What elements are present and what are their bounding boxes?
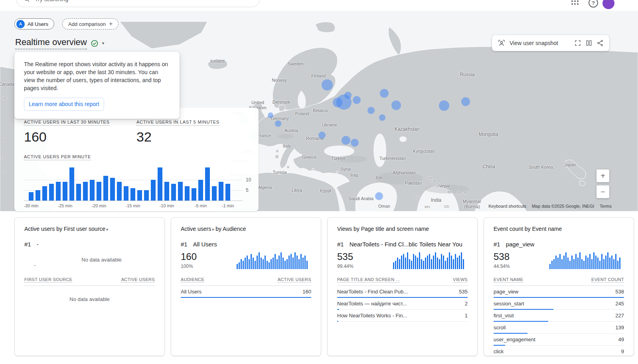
realtime-stats-card: ACTIVE USERS IN LAST 30 MINUTES 160 ACTI… <box>14 108 259 211</box>
sparkline-bar <box>595 256 597 269</box>
all-users-chip[interactable]: A All Users <box>14 18 54 30</box>
column-header-metric: ACTIVE USERS <box>121 277 155 283</box>
active-users-marker <box>375 192 383 200</box>
card-metric-link[interactable]: Active users <box>181 226 211 232</box>
x-axis-label: -20 min <box>92 203 107 208</box>
active-users-marker <box>353 96 361 104</box>
top-item-percent: 100% <box>181 264 233 269</box>
sparkline-bar <box>575 254 577 269</box>
rank-label: #1 <box>24 241 31 248</box>
sparkline-bar <box>449 252 450 269</box>
row-value: 245 <box>615 301 624 307</box>
minute-bar <box>117 182 122 201</box>
dimension-caret-icon[interactable]: ▾ <box>106 227 108 232</box>
card-table-header: AUDIENCE ACTIVE USERS <box>181 277 311 286</box>
sparkline-bar <box>615 254 616 269</box>
card-view-icon[interactable] <box>585 39 593 47</box>
row-label: click <box>494 348 504 354</box>
title-dropdown-caret-icon[interactable]: ▾ <box>102 41 105 46</box>
top-item-name: - <box>37 241 39 248</box>
card-metric-link[interactable]: Active users <box>24 226 55 232</box>
minute-bar <box>185 186 190 201</box>
learn-more-link[interactable]: Learn more about this report <box>24 98 104 111</box>
sparkline-bar <box>573 259 575 269</box>
row-progress-bar <box>337 321 338 322</box>
x-axis-label: -30 min <box>24 203 39 208</box>
minute-bar <box>69 167 74 201</box>
table-row: first_visit227 <box>494 310 624 322</box>
add-comparison-button[interactable]: Add comparison + <box>62 18 119 30</box>
sparkline-bar <box>403 254 404 269</box>
google-apps-icon[interactable] <box>571 0 579 5</box>
help-icon[interactable]: ? <box>589 0 598 8</box>
active-users-marker <box>367 107 375 114</box>
sparkline-bar <box>284 261 286 269</box>
sparkline-bar <box>417 258 418 269</box>
all-users-chip-label: All Users <box>28 21 48 27</box>
sparkline-bar <box>569 261 571 269</box>
sparkline-bar <box>445 261 446 269</box>
row-label: NearToilets - Find Clean Pub... <box>337 289 408 295</box>
keyboard-shortcuts-link[interactable]: Keyboard shortcuts <box>488 204 526 209</box>
per-minute-chart-label: ACTIVE USERS PER MINUTE <box>24 154 91 160</box>
column-header-metric: ACTIVE USERS <box>278 277 311 283</box>
user-snapshot-icon[interactable] <box>498 39 506 47</box>
table-row: All Users160 <box>181 286 311 298</box>
account-avatar[interactable] <box>602 0 614 9</box>
row-progress-bar <box>181 297 311 298</box>
minute-bar <box>103 176 108 201</box>
sparkline-bar <box>431 259 432 269</box>
sparkline-bar <box>593 252 595 269</box>
card-metric-link[interactable]: Event count <box>494 226 523 232</box>
report-card: Active users▾ by First user source▾ #1 -… <box>14 217 165 356</box>
minute-bar <box>97 182 101 201</box>
map-zoom-out-button[interactable]: − <box>597 185 609 198</box>
card-dimension-link[interactable]: Event name <box>532 226 562 232</box>
view-user-snapshot-label[interactable]: View user snapshot <box>510 40 558 46</box>
sparkline-bar <box>617 261 618 269</box>
card-metric-link[interactable]: Views <box>337 226 352 232</box>
sparkline-bar <box>257 256 258 269</box>
metric-caret-icon[interactable]: ▾ <box>212 227 214 232</box>
row-label: scroll <box>494 325 506 331</box>
sparkline-bar <box>298 259 300 269</box>
x-axis-label: -5 min <box>195 203 207 208</box>
top-item-value: 538 <box>494 251 546 262</box>
card-by-text: by <box>215 226 223 232</box>
add-comparison-label: Add comparison <box>68 21 106 27</box>
card-dimension-link[interactable]: Page title and screen name <box>361 226 429 232</box>
minute-bar <box>158 167 162 201</box>
search-placeholder: Try searching <box>35 0 68 2</box>
card-title: Event count▾ by Event name▾ <box>494 226 624 232</box>
sparkline-bar <box>304 256 306 269</box>
data-quality-check-icon[interactable] <box>91 39 99 47</box>
search-input[interactable]: Try searching <box>16 0 260 7</box>
top-item-value: 535 <box>337 251 390 262</box>
sparkline-bar <box>443 256 444 269</box>
chart-baseline <box>24 201 243 201</box>
terms-link[interactable]: Terms <box>600 204 612 209</box>
sparkline-bar <box>401 256 402 269</box>
card-title: Active users▾ by Audience▾ <box>181 226 311 232</box>
y-tick-10: 10 <box>246 177 251 183</box>
fullscreen-icon[interactable] <box>574 39 581 47</box>
sparkline-bar <box>255 261 256 269</box>
sparkline-bar <box>579 252 581 269</box>
card-dimension-link[interactable]: Audience <box>223 226 246 232</box>
sparkline-bar <box>407 252 408 269</box>
card-dimension-link[interactable]: First user source <box>64 226 105 232</box>
sparkline-bar <box>433 256 434 269</box>
minute-bar <box>49 184 54 201</box>
sparkline-bar <box>249 259 250 269</box>
column-header-metric: EVENT COUNT <box>591 277 624 283</box>
sparkline-bar <box>423 261 424 269</box>
minute-bar <box>124 186 128 201</box>
sparkline-bar <box>605 256 606 269</box>
map-zoom-in-button[interactable]: + <box>597 169 609 182</box>
sparkline-bar <box>239 262 240 269</box>
share-icon[interactable] <box>597 39 604 47</box>
sparkline-bar <box>393 262 394 269</box>
active-users-marker <box>439 100 449 111</box>
active-users-marker <box>322 79 333 91</box>
top-item-name: All Users <box>193 241 217 248</box>
